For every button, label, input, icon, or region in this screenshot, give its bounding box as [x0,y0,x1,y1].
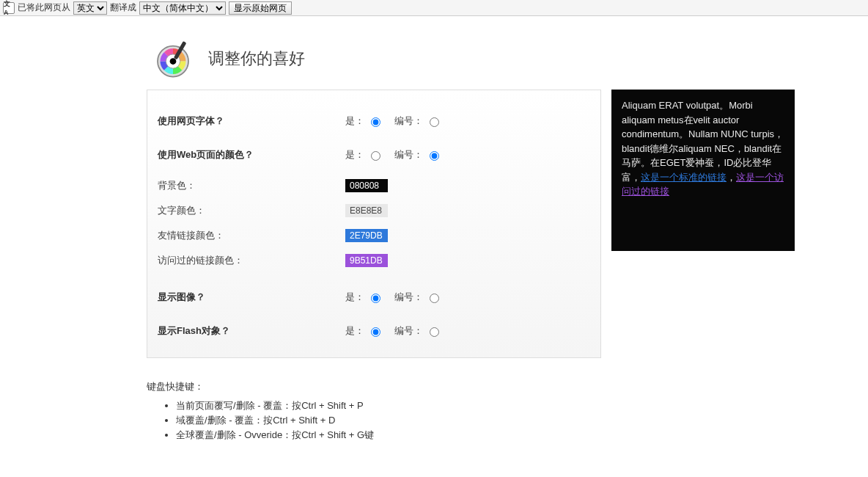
label-show-flash: 显示Flash对象？ [155,324,345,338]
svg-point-2 [170,58,177,65]
shortcuts-section: 键盘快捷键： 当前页面覆写/删除 - 覆盖：按Ctrl + Shift + P … [147,380,806,442]
show-images-yes-radio[interactable] [371,294,380,303]
show-images-no-radio[interactable] [430,294,439,303]
yes-label: 是： [345,324,364,338]
lang-to-select[interactable]: 中文（简体中文） [139,1,226,15]
page-title: 调整你的喜好 [208,48,305,70]
shortcut-item: 当前页面覆写/删除 - 覆盖：按Ctrl + Shift + P [176,399,806,412]
translate-prefix: 已将此网页从 [18,1,70,14]
web-fonts-no-radio[interactable] [430,117,439,127]
label-bgcolor: 背景色： [155,179,345,192]
settings-panel: 使用网页字体？ 是： 编号： 使用Web页面的颜色？ 是： [147,90,601,358]
yes-label: 是： [345,114,364,128]
yes-label: 是： [345,148,364,161]
label-textcolor: 文字颜色： [155,204,345,217]
web-colors-yes-radio[interactable] [371,151,380,161]
shortcut-item: 全球覆盖/删除 - Ovveride：按Ctrl + Shift + G键 [176,429,806,442]
shortcuts-heading: 键盘快捷键： [147,380,806,393]
lang-from-select[interactable]: 英文 [73,1,107,15]
show-original-button[interactable]: 显示原始网页 [229,1,292,15]
label-web-colors: 使用Web页面的颜色？ [155,148,345,161]
web-colors-no-radio[interactable] [430,151,439,161]
translate-icon: 文A [3,2,15,14]
translate-bar: 文A 已将此网页从 英文 翻译成 中文（简体中文） 显示原始网页 [0,0,868,16]
preview-normal-link[interactable]: 这是一个标准的链接 [641,172,727,183]
page-header: 调整你的喜好 [147,38,806,79]
color-picker-logo-icon [152,38,194,79]
label-show-images: 显示图像？ [155,291,345,304]
bgcolor-swatch[interactable]: 080808 [345,179,388,192]
label-visitedcolor: 访问过的链接颜色： [155,254,345,267]
no-label: 编号： [394,324,423,338]
show-flash-yes-radio[interactable] [371,327,380,337]
preview-text: Aliquam ERAT volutpat。Morbi aliquam metu… [622,100,784,183]
translate-middle: 翻译成 [110,1,136,14]
label-web-fonts: 使用网页字体？ [155,114,345,128]
preview-box: Aliquam ERAT volutpat。Morbi aliquam metu… [611,90,795,251]
web-fonts-yes-radio[interactable] [371,117,380,127]
no-label: 编号： [394,148,423,161]
preview-sep: ， [727,172,736,183]
label-linkcolor: 友情链接颜色： [155,229,345,242]
shortcut-item: 域覆盖/删除 - 覆盖：按Ctrl + Shift + D [176,414,806,427]
no-label: 编号： [394,291,423,304]
visitedcolor-swatch[interactable]: 9B51DB [345,254,388,267]
yes-label: 是： [345,291,364,304]
textcolor-swatch[interactable]: E8E8E8 [345,204,388,217]
no-label: 编号： [394,114,423,128]
linkcolor-swatch[interactable]: 2E79DB [345,229,388,242]
show-flash-no-radio[interactable] [430,327,439,337]
